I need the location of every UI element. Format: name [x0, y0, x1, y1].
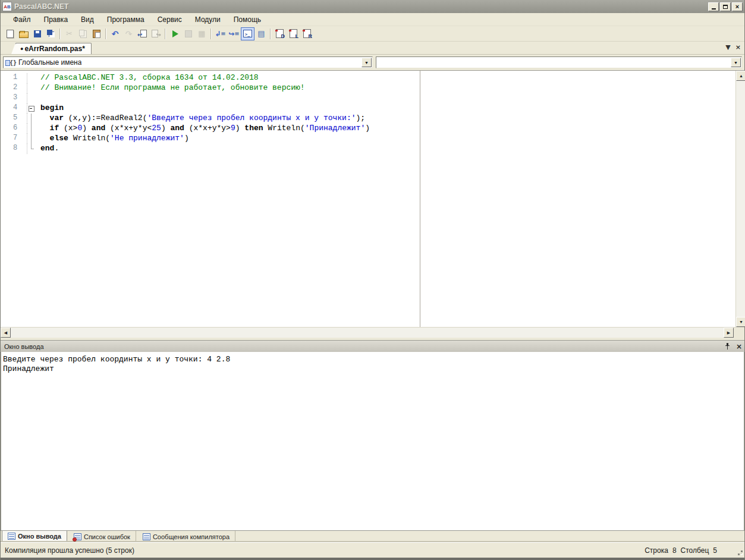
lang-r-button[interactable]: R: [300, 27, 314, 40]
scroll-left-button[interactable]: ◀: [1, 328, 11, 338]
editor-vertical-scrollbar[interactable]: ▲ ▼: [735, 71, 745, 327]
editor-right-pane[interactable]: [420, 71, 735, 327]
tab-close-button[interactable]: ×: [735, 43, 741, 51]
toolbar-separator: [165, 29, 166, 39]
redo-button: [122, 27, 136, 40]
scroll-up-button[interactable]: ▲: [736, 71, 745, 81]
lang-letter: L: [296, 33, 299, 39]
menu-item-2[interactable]: Вид: [74, 14, 100, 26]
code-text: else Writeln('Не принадлежит'): [36, 134, 189, 144]
output-line: Принадлежит: [3, 364, 742, 374]
tab-earrrandom[interactable]: ● eArrRandom.pas*: [15, 43, 92, 54]
output-close-button[interactable]: ×: [736, 342, 742, 351]
undo-button[interactable]: [108, 27, 122, 40]
fold-margin[interactable]: [27, 103, 36, 114]
close-button[interactable]: ×: [732, 2, 743, 11]
save-all-button[interactable]: [44, 27, 58, 40]
tab-label: eArrRandom.pas*: [24, 45, 84, 53]
lang-l-button[interactable]: L: [287, 27, 300, 40]
output-panel-title: Окно вывода: [4, 343, 44, 350]
output-panel[interactable]: Введите через пробел координты x и y точ…: [1, 352, 744, 531]
output-tab-icon: [8, 533, 15, 540]
scroll-right-button[interactable]: ▶: [724, 328, 734, 338]
output-line: Введите через пробел координты x и y точ…: [3, 355, 742, 364]
menu-item-1[interactable]: Правка: [37, 14, 75, 26]
nav-back-button[interactable]: [136, 27, 149, 40]
bottom-tab-2[interactable]: Сообщения компилятора: [137, 531, 235, 542]
tab-list-dropdown-button[interactable]: ▼: [725, 43, 730, 51]
menu-item-6[interactable]: Помощь: [227, 14, 268, 26]
pascalabc-window: AB PascalABC.NET × ФайлПравкаВидПрограмм…: [0, 0, 745, 560]
cut-button: [62, 27, 76, 40]
new-file-button[interactable]: [3, 27, 17, 40]
editor-zone: 1// PascalABC.NET 3.3, сборка 1634 от 14…: [1, 70, 744, 327]
outdent-icon: [229, 29, 239, 39]
scroll-down-button[interactable]: ▼: [736, 317, 745, 327]
run-button[interactable]: [168, 27, 181, 40]
lang-d-button[interactable]: D: [273, 27, 287, 40]
output-panel-header: Окно вывода ×: [1, 340, 744, 352]
members-combo-arrow[interactable]: ▼: [731, 58, 741, 67]
menu-item-4[interactable]: Сервис: [151, 14, 188, 26]
window-bottom-edge: [1, 558, 744, 560]
paste-button[interactable]: [90, 27, 103, 40]
error-list-tab-icon: [74, 533, 81, 540]
menu-item-0[interactable]: Файл: [7, 14, 37, 26]
members-combobox[interactable]: ▼: [376, 56, 742, 68]
fold-margin: [27, 83, 36, 93]
status-line-label: Строка: [645, 546, 668, 555]
save-all-icon: [46, 29, 56, 39]
toolbar-separator: [270, 29, 271, 39]
scope-combo-value: Глобальные имена: [18, 58, 81, 67]
fold-margin: [27, 114, 36, 124]
line-number: 6: [1, 124, 27, 134]
code-line: 2// Внимание! Если программа не работает…: [1, 83, 420, 93]
run-icon: [169, 29, 180, 39]
minimize-button[interactable]: [708, 2, 719, 11]
open-file-button[interactable]: [17, 27, 30, 40]
editor-tab-bar: ● eArrRandom.pas* ▼ ×: [1, 42, 744, 55]
show-console-icon: [243, 29, 253, 39]
app-icon: AB: [2, 2, 12, 11]
save-button[interactable]: [30, 27, 44, 40]
compiler-messages-tab-icon: [143, 533, 150, 540]
line-number: 2: [1, 83, 27, 93]
scope-combo-arrow[interactable]: ▼: [362, 58, 372, 67]
maximize-button[interactable]: [720, 2, 731, 11]
code-line: 5 var (x,y):=ReadReal2('Введите через пр…: [1, 114, 420, 124]
pin-button[interactable]: [724, 342, 731, 350]
code-line: 8end.: [1, 144, 420, 154]
save-icon: [32, 29, 42, 39]
fold-margin: [27, 124, 36, 134]
panel-list-icon: [256, 29, 266, 39]
hscroll-track[interactable]: [11, 328, 724, 338]
editor-horizontal-scrollbar[interactable]: ◀ ▶: [1, 327, 744, 338]
menu-bar: ФайлПравкаВидПрограммаСервисМодулиПомощь: [1, 13, 744, 26]
bottom-tab-0[interactable]: Окно вывода: [2, 531, 67, 542]
stop-button: [181, 27, 195, 40]
indent-button[interactable]: [213, 27, 227, 40]
outdent-button[interactable]: [227, 27, 241, 40]
code-line: 3: [1, 93, 420, 103]
menu-item-5[interactable]: Модули: [188, 14, 227, 26]
status-col-label: Столбец: [681, 546, 709, 555]
code-editor[interactable]: 1// PascalABC.NET 3.3, сборка 1634 от 14…: [1, 71, 420, 327]
lang-letter: R: [309, 33, 313, 39]
toolbar-separator: [105, 29, 106, 39]
menu-item-3[interactable]: Программа: [100, 14, 151, 26]
bottom-tab-label: Окно вывода: [18, 533, 61, 540]
maximize-icon: [723, 5, 728, 9]
panel-list-button[interactable]: [254, 27, 268, 40]
bottom-tab-1[interactable]: Список ошибок: [68, 531, 136, 542]
code-text: // PascalABC.NET 3.3, сборка 1634 от 14.…: [36, 73, 259, 83]
bottom-tab-label: Сообщения компилятора: [153, 533, 230, 540]
title-bar[interactable]: AB PascalABC.NET ×: [1, 0, 744, 13]
error-badge: [73, 537, 77, 542]
show-console-button[interactable]: [241, 27, 254, 40]
resize-grip[interactable]: [741, 553, 743, 555]
line-number: 4: [1, 103, 27, 114]
fold-margin: [27, 93, 36, 103]
fold-margin: [27, 144, 36, 154]
status-message: Компиляция прошла успешно (5 строк): [5, 546, 134, 555]
scope-combobox[interactable]: {} Глобальные имена ▼: [3, 56, 373, 68]
